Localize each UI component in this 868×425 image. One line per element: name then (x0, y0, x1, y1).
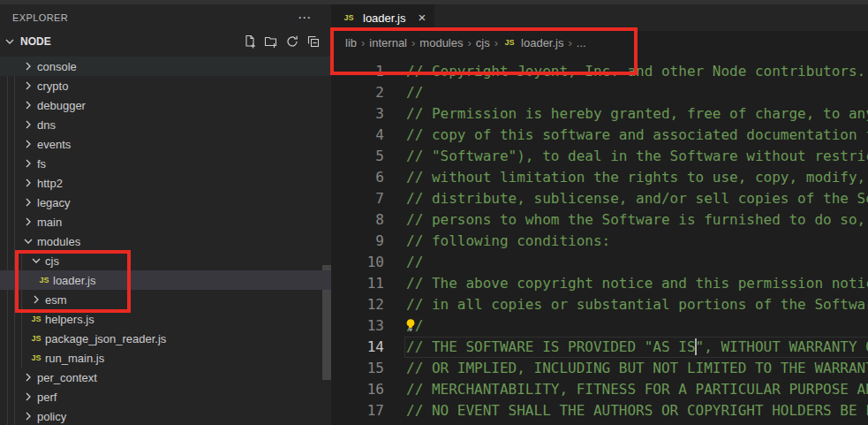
editor-code-area[interactable]: 1// Copyright Joyent, Inc. and other Nod… (331, 58, 868, 425)
tree-item-policy[interactable]: policy (0, 406, 331, 425)
code-line-18[interactable]: 18// DAMAGES OR OTHER LIABILITY, WHETHER… (331, 421, 868, 425)
tree-item-label: http2 (37, 177, 63, 190)
code-line-text: // (406, 252, 423, 273)
code-line-9[interactable]: 9// following conditions: (331, 231, 868, 252)
code-line-17[interactable]: 17// NO EVENT SHALL THE AUTHORS OR COPYR… (331, 400, 868, 421)
code-line-10[interactable]: 10// (331, 252, 868, 273)
tree-item-label: crypto (37, 80, 68, 93)
line-number: 15 (331, 358, 384, 379)
tab-loader-js[interactable]: JS loader.js × (331, 4, 434, 31)
breadcrumb-item-cjs[interactable]: cjs (476, 36, 490, 49)
tree-item-label: perf (37, 391, 57, 404)
tree-item-label: events (37, 138, 71, 151)
breadcrumb-item--[interactable]: ... (577, 36, 586, 49)
breadcrumb-separator: › (411, 36, 415, 49)
chevron-right-icon (21, 98, 35, 112)
line-number: 1 (331, 61, 384, 82)
tree-item-label: per_context (37, 371, 97, 384)
breadcrumb-item-loader-js[interactable]: JSloader.js (502, 36, 563, 49)
code-line-2[interactable]: 2// (331, 82, 868, 103)
line-number: 3 (331, 103, 384, 125)
close-tab-icon[interactable]: × (418, 11, 426, 24)
code-line-text: // NO EVENT SHALL THE AUTHORS OR COPYRIG… (406, 400, 868, 421)
js-file-icon: JS (502, 38, 517, 47)
code-line-8[interactable]: 8// persons to whom the Software is furn… (331, 209, 868, 231)
chevron-down-icon (3, 34, 17, 49)
collapse-all-icon[interactable] (306, 34, 321, 49)
tree-item-run-main-js[interactable]: JSrun_main.js (0, 348, 331, 368)
code-line-text: // following conditions: (406, 231, 610, 252)
new-file-icon[interactable] (243, 34, 257, 49)
code-line-text: // copy of this software and associated … (406, 125, 868, 146)
section-actions (243, 34, 321, 49)
line-number: 10 (331, 252, 384, 273)
code-line-text: // in all copies or substantial portions… (406, 294, 868, 315)
chevron-right-icon (21, 215, 35, 229)
tree-item-events[interactable]: events (0, 134, 331, 154)
tree-item-http2[interactable]: http2 (0, 173, 331, 193)
tree-item-dns[interactable]: dns (0, 115, 331, 134)
code-line-text: // (406, 82, 423, 103)
tree-item-label: legacy (37, 196, 71, 209)
line-number: 16 (331, 379, 384, 400)
tree-item-label: package_json_reader.js (45, 332, 166, 345)
code-line-text: // Copyright Joyent, Inc. and other Node… (406, 61, 865, 82)
tree-item-crypto[interactable]: crypto (0, 76, 331, 95)
tree-item-helpers-js[interactable]: JShelpers.js (0, 309, 331, 329)
code-line-text: // "Software"), to deal in the Software … (406, 146, 868, 167)
js-file-icon: JS (37, 276, 51, 285)
code-line-3[interactable]: 3// Permission is hereby granted, free o… (331, 103, 868, 125)
code-line-4[interactable]: 4// copy of this software and associated… (331, 125, 868, 146)
code-line-12[interactable]: 12// in all copies or substantial portio… (331, 294, 868, 315)
tree-item-per-context[interactable]: per_context (0, 368, 331, 387)
tree-item-perf[interactable]: perf (0, 387, 331, 406)
code-line-1[interactable]: 1// Copyright Joyent, Inc. and other Nod… (331, 61, 868, 82)
breadcrumb-item-internal[interactable]: internal (369, 36, 407, 49)
refresh-icon[interactable] (285, 34, 299, 49)
tree-item-label: fs (37, 157, 46, 171)
line-number: 14 (331, 337, 384, 358)
editor-tabbar: JS loader.js × (331, 4, 868, 31)
tree-item-loader-js[interactable]: JSloader.js (0, 270, 331, 290)
tree-item-modules[interactable]: modules (0, 231, 331, 251)
breadcrumb-item-lib[interactable]: lib (345, 36, 357, 49)
line-number: 9 (331, 231, 384, 252)
line-number: 4 (331, 125, 384, 146)
code-line-5[interactable]: 5// "Software"), to deal in the Software… (331, 146, 868, 167)
chevron-right-icon (21, 59, 35, 73)
code-line-16[interactable]: 16// MERCHANTABILITY, FITNESS FOR A PART… (331, 379, 868, 400)
code-line-15[interactable]: 15// OR IMPLIED, INCLUDING BUT NOT LIMIT… (331, 358, 868, 379)
breadcrumb-item-modules[interactable]: modules (419, 36, 463, 49)
tree-item-console[interactable]: console (0, 57, 331, 76)
tree-item-label: debugger (37, 99, 86, 112)
code-line-13[interactable]: 13// (331, 315, 868, 337)
vscode-window: EXPLORER ⋯ NODE consolecryptodebuggerdns… (0, 0, 868, 425)
new-folder-icon[interactable] (264, 34, 278, 49)
breadcrumb-separator: › (568, 36, 571, 49)
tree-item-label: main (37, 216, 62, 229)
line-number: 13 (331, 315, 384, 337)
js-file-icon: JS (29, 334, 43, 343)
code-line-6[interactable]: 6// without limitation the rights to use… (331, 167, 868, 188)
code-line-text: // The above copyright notice and this p… (406, 273, 868, 294)
line-number: 18 (331, 421, 384, 425)
lightbulb-icon[interactable] (404, 317, 418, 331)
tab-label: loader.js (363, 11, 405, 25)
tree-item-esm[interactable]: esm (0, 290, 331, 309)
code-line-11[interactable]: 11// The above copyright notice and this… (331, 273, 868, 294)
breadcrumb-separator: › (467, 36, 471, 49)
tree-item-cjs[interactable]: cjs (0, 251, 331, 270)
code-line-14[interactable]: 14// THE SOFTWARE IS PROVIDED "AS IS", W… (331, 337, 868, 358)
tree-item-label: dns (37, 118, 56, 132)
code-line-text: // persons to whom the Software is furni… (406, 209, 868, 231)
tree-item-package-json-reader-js[interactable]: JSpackage_json_reader.js (0, 329, 331, 348)
tree-item-debugger[interactable]: debugger (0, 95, 331, 115)
tree-item-fs[interactable]: fs (0, 154, 331, 173)
explorer-sidebar: EXPLORER ⋯ NODE consolecryptodebuggerdns… (0, 4, 331, 425)
code-line-7[interactable]: 7// distribute, sublicense, and/or sell … (331, 188, 868, 209)
node-section-header[interactable]: NODE (0, 31, 331, 52)
tree-item-main[interactable]: main (0, 212, 331, 231)
line-number: 7 (331, 188, 384, 209)
more-actions-icon[interactable]: ⋯ (298, 13, 312, 22)
tree-item-legacy[interactable]: legacy (0, 193, 331, 212)
